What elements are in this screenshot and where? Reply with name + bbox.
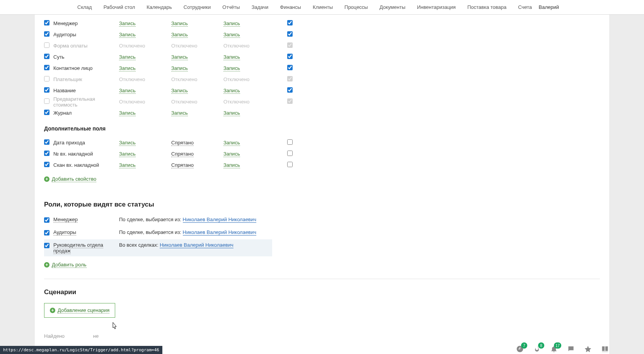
state-hidden-link[interactable]: Спрятано <box>171 151 194 157</box>
add-property-link[interactable]: + Добавить свойство <box>44 176 96 182</box>
field-row: Предварительная стоимость Отключено Откл… <box>44 96 600 107</box>
field-checkbox[interactable] <box>44 162 49 167</box>
field-label: Суть <box>53 54 119 60</box>
nav-finance[interactable]: Финансы <box>280 4 301 10</box>
clock-icon[interactable]: 7 <box>516 345 524 353</box>
state-write-link[interactable]: Запись <box>223 88 240 94</box>
add-property-label: Добавить свойство <box>52 176 96 182</box>
state-write-link[interactable]: Запись <box>119 110 136 116</box>
role-name-link[interactable]: Руководитель отдела продаж <box>53 242 103 254</box>
state-write-link[interactable]: Запись <box>171 65 188 71</box>
required-checkbox[interactable] <box>287 151 293 156</box>
required-checkbox[interactable] <box>287 65 293 70</box>
add-scenario-button[interactable]: + Добавление сценария <box>44 303 115 318</box>
bell-icon[interactable]: 17 <box>550 345 558 353</box>
nav-employees[interactable]: Сотрудники <box>184 4 211 10</box>
field-checkbox[interactable] <box>44 151 49 156</box>
state-disabled: Отключено <box>223 76 249 82</box>
field-row: Аудиторы Запись Запись Запись <box>44 29 600 40</box>
role-person-link[interactable]: Николаев Валерий Николаевич <box>183 217 257 223</box>
state-write-link[interactable]: Запись <box>119 65 136 71</box>
field-checkbox[interactable] <box>44 139 49 145</box>
nav-processes[interactable]: Процессы <box>344 4 368 10</box>
additional-field-row: № вх. накладной Запись Спрятано Запись <box>44 148 600 159</box>
state-disabled: Отключено <box>119 99 145 105</box>
field-checkbox[interactable] <box>44 31 49 37</box>
field-label: Форма оплаты <box>53 43 119 49</box>
state-write-link[interactable]: Запись <box>119 162 136 168</box>
field-checkbox[interactable] <box>44 76 49 81</box>
star-icon[interactable] <box>584 345 592 353</box>
state-write-link[interactable]: Запись <box>223 110 240 116</box>
state-write-link[interactable]: Запись <box>119 32 136 38</box>
role-name-link[interactable]: Менеджер <box>53 217 78 223</box>
state-write-link[interactable]: Запись <box>171 32 188 38</box>
nav-desktop[interactable]: Рабочий стол <box>104 4 135 10</box>
field-checkbox[interactable] <box>44 42 49 48</box>
field-checkbox[interactable] <box>44 87 49 93</box>
nav-clients[interactable]: Клиенты <box>313 4 333 10</box>
field-checkbox[interactable] <box>44 98 49 104</box>
role-row: Руководитель отдела продаж Во всех сделк… <box>44 239 272 256</box>
book-icon[interactable] <box>601 345 609 353</box>
role-checkbox[interactable] <box>44 217 49 223</box>
state-write-link[interactable]: Запись <box>223 151 240 157</box>
plus-icon: + <box>44 176 49 182</box>
state-write-link[interactable]: Запись <box>223 162 240 168</box>
role-checkbox[interactable] <box>44 243 49 248</box>
required-checkbox[interactable] <box>287 139 293 145</box>
state-write-link[interactable]: Запись <box>171 20 188 27</box>
state-write-link[interactable]: Запись <box>223 20 240 27</box>
field-checkbox[interactable] <box>44 20 49 25</box>
plus-icon: + <box>44 262 49 268</box>
state-write-link[interactable]: Запись <box>119 140 136 146</box>
nav-reports[interactable]: Отчёты <box>222 4 240 10</box>
role-name-link[interactable]: Аудиторы <box>53 229 76 235</box>
state-write-link[interactable]: Запись <box>223 32 240 38</box>
nav-tasks[interactable]: Задачи <box>252 4 269 10</box>
additional-field-row: Дата прихода Запись Спрятано Запись <box>44 137 600 148</box>
required-checkbox[interactable] <box>287 162 293 167</box>
chat-icon[interactable] <box>567 345 575 353</box>
add-role-link[interactable]: + Добавить роль <box>44 262 87 268</box>
field-label: Аудиторы <box>53 32 119 37</box>
nav-delivery[interactable]: Поставка товара <box>467 4 506 10</box>
state-hidden-link[interactable]: Спрятано <box>171 162 194 168</box>
field-checkbox[interactable] <box>44 110 49 115</box>
required-checkbox[interactable] <box>287 20 293 25</box>
nav-invoices[interactable]: Счета <box>518 4 532 10</box>
required-checkbox[interactable] <box>287 31 293 37</box>
state-write-link[interactable]: Запись <box>119 20 136 27</box>
state-write-link[interactable]: Запись <box>119 151 136 157</box>
state-write-link[interactable]: Запись <box>223 140 240 146</box>
state-hidden-link[interactable]: Спрятано <box>171 140 194 146</box>
fire-icon[interactable]: 8 <box>533 345 541 353</box>
required-checkbox <box>287 42 293 48</box>
state-write-link[interactable]: Запись <box>171 88 188 94</box>
state-write-link[interactable]: Запись <box>119 88 136 94</box>
state-write-link[interactable]: Запись <box>171 110 188 116</box>
role-person-link[interactable]: Николаев Валерий Николаевич <box>160 242 233 248</box>
state-write-link[interactable]: Запись <box>119 54 136 60</box>
role-checkbox[interactable] <box>44 230 49 235</box>
role-person-link[interactable]: Николаев Валерий Николаевич <box>183 229 257 235</box>
additional-field-row: Скан вх. накладной Запись Спрятано Запис… <box>44 159 600 171</box>
state-write-link[interactable]: Запись <box>223 65 240 71</box>
field-checkbox[interactable] <box>44 65 49 70</box>
nav-documents[interactable]: Документы <box>380 4 405 10</box>
required-checkbox[interactable] <box>287 54 293 59</box>
nav-calendar[interactable]: Календарь <box>147 4 172 10</box>
nav-inventory[interactable]: Инвентаризация <box>417 4 456 10</box>
page-content: Менеджер Запись Запись Запись Аудиторы З… <box>35 15 609 354</box>
field-label: Название <box>53 88 119 93</box>
state-disabled: Отключено <box>223 43 249 49</box>
state-write-link[interactable]: Запись <box>171 54 188 60</box>
plus-icon: + <box>50 308 55 313</box>
nav-user[interactable]: Валерий <box>539 4 559 10</box>
nav-sklad[interactable]: Склад <box>77 4 92 10</box>
state-write-link[interactable]: Запись <box>223 54 240 60</box>
field-row: Суть Запись Запись Запись <box>44 51 600 63</box>
top-nav: Склад Рабочий стол Календарь Сотрудники … <box>0 0 644 15</box>
required-checkbox[interactable] <box>287 87 293 93</box>
field-checkbox[interactable] <box>44 54 49 59</box>
